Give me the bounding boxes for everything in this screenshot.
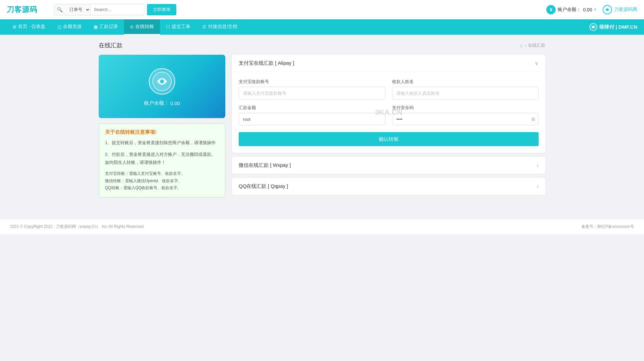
nav-item-online-transfer[interactable]: ⊙ 在线转账 <box>124 19 160 35</box>
ticket-icon: ☐ <box>166 24 170 29</box>
svg-point-1 <box>606 9 608 11</box>
alipay-form-row-2: 汇款金额 支付安全码 ⊞ <box>239 105 539 125</box>
avatar-logo-icon <box>152 71 172 91</box>
site-brand-label: 刀客源码网 <box>614 7 637 13</box>
payee-name-label: 收款人姓名 <box>392 79 539 85</box>
notice-sub-0: 支付宝转账：需输入支付宝账号、收款名字。 <box>105 170 219 177</box>
search-area: 🔍 订单号 <box>54 4 144 15</box>
alipay-section: 支付宝在线汇款 [ Alipay ] ∨ 3KA.CN 支付宝收款账号 收款人姓… <box>232 55 545 153</box>
nav-items: ⊞ 首页 - 仪表盘 ◫ 余额充值 ▦ 汇款记录 ⊙ 在线转账 ☐ 提交工单 ☰… <box>7 19 243 35</box>
recharge-icon: ◫ <box>57 24 61 29</box>
site-brand-icon <box>603 5 612 14</box>
notice-card: 关于在线转账注意事项! 1、提交转账后，资金将直接扣除您商户余额，请谨慎操作 2… <box>99 123 225 198</box>
balance-area: ¥ 账户余额： 0.00 0 <box>546 5 596 14</box>
wxpay-section-header[interactable]: 微信在线汇款 [ Wxpay ] › <box>232 157 545 174</box>
wxpay-section: 微信在线汇款 [ Wxpay ] › <box>232 157 545 174</box>
page-title: 在线汇款 <box>99 41 123 49</box>
nav-item-recharge[interactable]: ◫ 余额充值 <box>51 19 88 35</box>
logo-area: 刀客源码 <box>7 5 37 15</box>
alipay-section-title: 支付宝在线汇款 [ Alipay ] <box>239 60 294 66</box>
docs-icon: ☰ <box>202 24 206 29</box>
home-icon[interactable]: ⌂ <box>520 43 523 48</box>
site-brand: 刀客源码网 <box>603 5 637 14</box>
content-row: 账户余额： 0.00 关于在线转账注意事项! 1、提交转账后，资金将直接扣除您商… <box>99 55 545 199</box>
nav-bar: ⊞ 首页 - 仪表盘 ◫ 余额充值 ▦ 汇款记录 ⊙ 在线转账 ☐ 提交工单 ☰… <box>0 19 644 35</box>
qqpay-section-title: QQ在线汇款 [ Qqpay ] <box>239 183 288 190</box>
account-balance-value: 0.00 <box>170 100 180 106</box>
breadcrumb-separator: › <box>525 43 526 48</box>
nav-item-recharge-label: 余额充值 <box>63 24 82 30</box>
notice-divider <box>105 148 219 150</box>
password-toggle-icon[interactable]: ⊞ <box>531 116 535 122</box>
nav-item-ticket-label: 提交工单 <box>172 24 190 30</box>
qqpay-section: QQ在线汇款 [ Qqpay ] › <box>232 178 545 195</box>
amount-label: 汇款金额 <box>239 105 385 111</box>
account-avatar <box>149 68 175 95</box>
balance-icon: ¥ <box>546 5 556 14</box>
footer-copyright: 2021 © CopyRight 2021 · 刀客源码网（espay.Cn） … <box>10 224 144 230</box>
logo-text: 刀客源码 <box>7 5 37 15</box>
qqpay-section-header[interactable]: QQ在线汇款 [ Qqpay ] › <box>232 178 545 195</box>
top-header: 刀客源码 🔍 订单号 立即查询 ¥ 账户余额： 0.00 0 刀客源码网 <box>0 0 644 19</box>
notice-item-0: 1、提交转账后，资金将直接扣除您商户余额，请谨慎操作 <box>105 139 219 146</box>
footer: 2021 © CopyRight 2021 · 刀客源码网（espay.Cn） … <box>0 219 644 234</box>
payee-name-input[interactable] <box>392 87 539 99</box>
notice-sub-2: QQ转账：需输入QQ收款账号、收款名字。 <box>105 185 219 192</box>
balance-value: 0.00 <box>583 7 592 12</box>
notice-title: 关于在线转账注意事项! <box>105 129 219 135</box>
dashboard-icon: ⊞ <box>13 24 16 29</box>
left-panel: 账户余额： 0.00 关于在线转账注意事项! 1、提交转账后，资金将直接扣除您商… <box>99 55 225 198</box>
security-code-wrap: ⊞ <box>392 113 539 125</box>
security-code-label: 支付安全码 <box>392 105 539 111</box>
account-balance-label: 账户余额： <box>144 100 169 106</box>
nav-item-docs-label: 对接信息/文档 <box>208 24 237 30</box>
footer-icp: 备案号：陕ICP备xxxxxxxxx号 <box>581 224 634 230</box>
account-balance-row: 账户余额： 0.00 <box>144 100 180 106</box>
nav-item-remit-records[interactable]: ▦ 汇款记录 <box>88 19 124 35</box>
nav-item-submit-ticket[interactable]: ☐ 提交工单 <box>160 19 196 35</box>
alipay-section-header[interactable]: 支付宝在线汇款 [ Alipay ] ∨ <box>232 55 545 72</box>
header-right: ¥ 账户余额： 0.00 0 刀客源码网 <box>546 5 637 14</box>
breadcrumb-current: 在线汇款 <box>528 42 545 48</box>
svg-point-5 <box>160 79 164 83</box>
alipay-account-input[interactable] <box>239 87 385 99</box>
search-icon: 🔍 <box>54 4 65 15</box>
remit-icon: ▦ <box>94 24 98 29</box>
security-code-group: 支付安全码 ⊞ <box>392 105 539 125</box>
amount-group: 汇款金额 <box>239 105 385 125</box>
notice-divider-2 <box>105 167 219 170</box>
alipay-form-row-1: 支付宝收款账号 收款人姓名 <box>239 79 539 99</box>
breadcrumb-row: 在线汇款 ⌂ › 在线汇款 <box>99 41 545 49</box>
security-code-input[interactable] <box>392 113 539 125</box>
amount-input[interactable] <box>239 113 385 125</box>
alipay-account-label: 支付宝收款账号 <box>239 79 385 85</box>
balance-label: 账户余额： <box>558 7 581 13</box>
main-content: 在线汇款 ⌂ › 在线汇款 账户余额： 0.00 <box>89 35 555 206</box>
search-button[interactable]: 立即查询 <box>147 4 176 15</box>
nav-item-dashboard-label: 首页 - 仪表盘 <box>18 24 45 30</box>
payee-name-group: 收款人姓名 <box>392 79 539 99</box>
breadcrumb: ⌂ › 在线汇款 <box>520 42 545 48</box>
nav-item-api-docs[interactable]: ☰ 对接信息/文档 <box>196 19 243 35</box>
nav-item-dashboard[interactable]: ⊞ 首页 - 仪表盘 <box>7 19 51 35</box>
right-panel: 支付宝在线汇款 [ Alipay ] ∨ 3KA.CN 支付宝收款账号 收款人姓… <box>232 55 545 199</box>
wxpay-section-title: 微信在线汇款 [ Wxpay ] <box>239 162 291 168</box>
alipay-section-body: 3KA.CN 支付宝收款账号 收款人姓名 汇款金额 <box>232 72 545 153</box>
balance-sup: 0 <box>594 8 596 11</box>
notice-item-1: 2、付款后，资金将直接进入对方账户，无法撤回或退款。如向陌生人转账，请谨慎操作！ <box>105 150 219 166</box>
nav-right-logo: 嗒咪付 | DMF.CN <box>589 23 637 31</box>
search-input[interactable] <box>91 4 144 15</box>
alipay-account-group: 支付宝收款账号 <box>239 79 385 99</box>
svg-point-3 <box>592 26 594 28</box>
qqpay-chevron-icon: › <box>537 184 539 190</box>
nav-item-transfer-label: 在线转账 <box>135 24 154 30</box>
wxpay-chevron-icon: › <box>537 162 539 168</box>
search-select[interactable]: 订单号 <box>65 4 91 15</box>
notice-sub-1: 微信转账：需输入微信Openid、收款名字。 <box>105 177 219 185</box>
nav-right-brand-label: 嗒咪付 | DMF.CN <box>599 24 637 30</box>
confirm-transfer-button[interactable]: 确认转账 <box>239 132 539 146</box>
alipay-chevron-icon: ∨ <box>535 60 539 66</box>
nav-item-remit-label: 汇款记录 <box>99 24 118 30</box>
account-card: 账户余额： 0.00 <box>99 55 225 118</box>
transfer-icon: ⊙ <box>130 24 134 29</box>
